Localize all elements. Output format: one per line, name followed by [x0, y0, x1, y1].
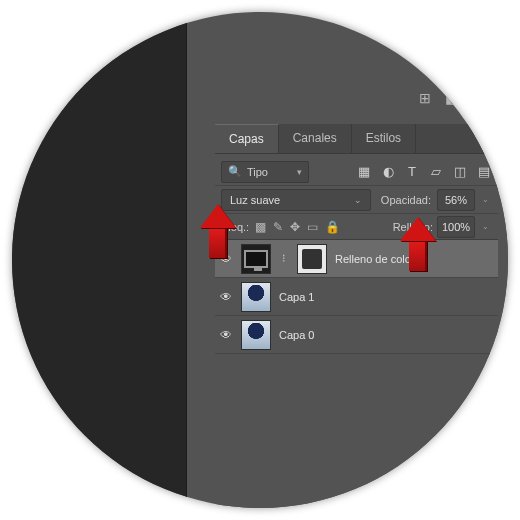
app-window: ⊞ ◧ 👁 Capas Canales Estilos 🔍 Tipo ▾ ▦ ◐…: [12, 12, 508, 508]
filter-shape-icon[interactable]: ▱: [428, 164, 444, 179]
blend-mode-value: Luz suave: [230, 194, 280, 206]
document-canvas[interactable]: [12, 12, 187, 508]
lock-transparency-icon[interactable]: ▩: [255, 220, 266, 234]
visibility-eye-icon[interactable]: 👁: [219, 252, 233, 266]
fill-chevron-icon[interactable]: ⌄: [479, 222, 492, 231]
layer-name[interactable]: Relleno de color 1: [335, 253, 424, 265]
layer-row[interactable]: 👁 Capa 1: [215, 278, 498, 316]
preview-icon[interactable]: 👁: [472, 90, 486, 106]
fill-label: Relleno:: [393, 221, 433, 233]
layer-row[interactable]: 👁 Capa 0: [215, 316, 498, 354]
mask-link-icon[interactable]: ⁝: [279, 244, 289, 274]
panel-top-iconbar: ⊞ ◧ 👁: [215, 82, 498, 114]
opacity-value-input[interactable]: 56%: [437, 189, 475, 211]
filter-pixel-icon[interactable]: ▦: [356, 164, 372, 179]
filter-label: Tipo: [247, 166, 268, 178]
filter-text-icon[interactable]: T: [404, 164, 420, 179]
layer-thumbnail[interactable]: [241, 244, 271, 274]
lock-all-icon[interactable]: 🔒: [325, 220, 340, 234]
blend-opacity-row: Luz suave ⌄ Opacidad: 56% ⌄: [215, 186, 498, 214]
chevron-down-icon: ▾: [297, 167, 302, 177]
layer-kind-filter[interactable]: 🔍 Tipo ▾: [221, 161, 309, 183]
swatches-icon[interactable]: ◧: [445, 90, 458, 106]
search-icon: 🔍: [228, 165, 242, 178]
filter-adjust-icon[interactable]: ◐: [380, 164, 396, 179]
tab-layers[interactable]: Capas: [215, 124, 279, 153]
filter-smart-icon[interactable]: ◫: [452, 164, 468, 179]
layer-filter-row: 🔍 Tipo ▾ ▦ ◐ T ▱ ◫ ▤: [215, 158, 498, 186]
filter-icons: ▦ ◐ T ▱ ◫ ▤: [356, 164, 492, 179]
visibility-eye-icon[interactable]: 👁: [219, 290, 233, 304]
layers-list: 👁 ⁝ Relleno de color 1 👁 Capa 1 👁 Capa 0: [215, 240, 498, 354]
visibility-eye-icon[interactable]: 👁: [219, 328, 233, 342]
layer-thumbnail[interactable]: [241, 320, 271, 350]
layer-row[interactable]: 👁 ⁝ Relleno de color 1: [215, 240, 498, 278]
fill-value-input[interactable]: 100%: [437, 216, 475, 238]
layer-name[interactable]: Capa 1: [279, 291, 314, 303]
layers-panel: Capas Canales Estilos 🔍 Tipo ▾ ▦ ◐ T ▱ ◫…: [215, 124, 498, 508]
panel-tabs: Capas Canales Estilos: [215, 124, 498, 154]
opacity-chevron-icon[interactable]: ⌄: [479, 195, 492, 204]
chevron-down-icon: ⌄: [354, 195, 362, 205]
opacity-label: Opacidad:: [381, 194, 431, 206]
lock-label: Bloq.:: [221, 221, 249, 233]
filter-art-icon[interactable]: ▤: [476, 164, 492, 179]
tab-channels[interactable]: Canales: [279, 124, 352, 153]
lock-pixels-icon[interactable]: ✎: [273, 220, 283, 234]
layer-name[interactable]: Capa 0: [279, 329, 314, 341]
layer-thumbnail[interactable]: [241, 282, 271, 312]
layer-mask-thumbnail[interactable]: [297, 244, 327, 274]
tab-styles[interactable]: Estilos: [352, 124, 416, 153]
lock-position-icon[interactable]: ✥: [290, 220, 300, 234]
lock-artboard-icon[interactable]: ▭: [307, 220, 318, 234]
blend-mode-select[interactable]: Luz suave ⌄: [221, 189, 371, 211]
lock-fill-row: Bloq.: ▩ ✎ ✥ ▭ 🔒 Relleno: 100% ⌄: [215, 214, 498, 240]
history-icon[interactable]: ⊞: [419, 90, 431, 106]
